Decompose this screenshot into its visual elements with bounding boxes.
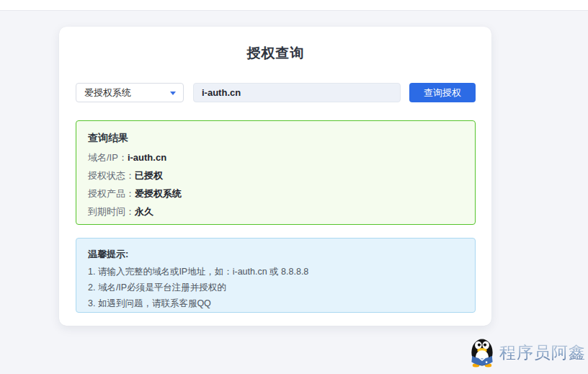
- result-row-status: 授权状态：已授权: [88, 170, 463, 181]
- query-auth-button[interactable]: 查询授权: [409, 83, 476, 102]
- result-row-value: 爱授权系统: [135, 188, 182, 199]
- tip-item-1: 1. 请输入完整的域名或IP地址，如：i-auth.cn 或 8.8.8.8: [88, 267, 463, 277]
- product-select-value: 爱授权系统: [84, 86, 131, 99]
- domain-input[interactable]: [193, 83, 401, 102]
- qq-penguin-icon: [470, 337, 494, 368]
- result-row-label: 域名/IP：: [88, 152, 128, 163]
- result-row-domain: 域名/IP：i-auth.cn: [88, 152, 463, 163]
- result-row-product: 授权产品：爱授权系统: [88, 188, 463, 199]
- result-row-expiry: 到期时间：永久: [88, 206, 463, 217]
- query-result-panel: 查询结果 域名/IP：i-auth.cn 授权状态：已授权 授权产品：爱授权系统…: [76, 120, 476, 225]
- result-row-value: 永久: [135, 206, 153, 217]
- product-select[interactable]: 爱授权系统: [76, 83, 184, 102]
- result-heading: 查询结果: [88, 132, 463, 145]
- page-title: 授权查询: [76, 44, 476, 63]
- result-row-value: i-auth.cn: [128, 152, 166, 163]
- tip-item-3: 3. 如遇到问题，请联系客服QQ: [88, 299, 463, 308]
- result-row-label: 到期时间：: [88, 206, 135, 217]
- tips-heading: 温馨提示:: [88, 248, 463, 261]
- chevron-down-icon: [170, 92, 176, 95]
- watermark-text: 程序员阿鑫: [499, 342, 586, 364]
- tips-panel: 温馨提示: 1. 请输入完整的域名或IP地址，如：i-auth.cn 或 8.8…: [76, 238, 476, 313]
- tip-item-2: 2. 域名/IP必须是平台注册并授权的: [88, 283, 463, 293]
- watermark: 程序员阿鑫: [470, 336, 586, 369]
- result-row-value: 已授权: [135, 170, 163, 181]
- result-row-label: 授权状态：: [88, 170, 135, 181]
- result-row-label: 授权产品：: [88, 188, 135, 199]
- query-form: 爱授权系统 查询授权: [76, 83, 476, 102]
- auth-query-card: 授权查询 爱授权系统 查询授权 查询结果 域名/IP：i-auth.cn 授权状…: [59, 27, 491, 326]
